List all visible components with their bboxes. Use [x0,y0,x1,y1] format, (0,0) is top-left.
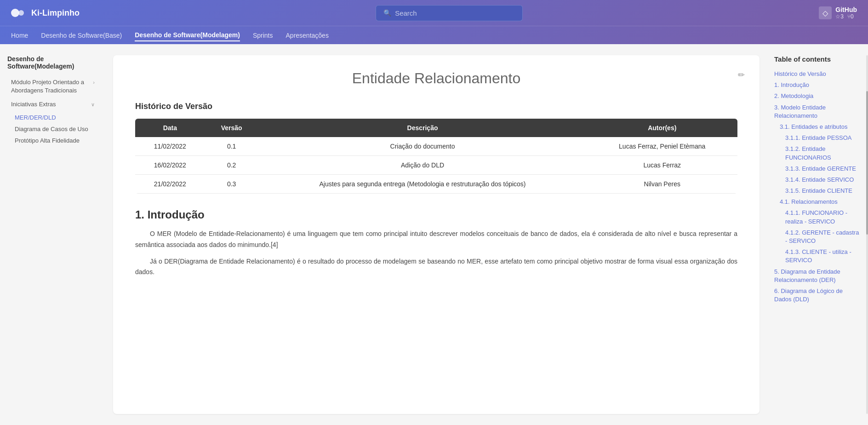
toc-item[interactable]: 6. Diagrama de Lógico de Dados (DLD) [774,286,861,305]
cell-versao: 0.3 [205,175,258,194]
intro-para-2: Já o DER(Diagrama de Entidade Relacionam… [135,256,737,278]
toc-item[interactable]: 4.1.3. CLIENTE - utiliza - SERVICO [774,247,861,266]
toc-item[interactable]: Histórico de Versão [774,69,861,80]
search-box[interactable]: 🔍 Search [376,5,523,21]
search-icon: 🔍 [383,9,391,17]
intro-para-1: O MER (Modelo de Entidade-Relacionamento… [135,229,737,251]
version-history-title: Histórico de Versão [135,102,737,111]
toc-item[interactable]: 4.1.2. GERENTE - cadastra - SERVICO [774,227,861,247]
edit-icon[interactable]: ✏ [738,70,745,80]
sidebar-item-prototipo[interactable]: Protótipo Alta Fidelidade [7,135,98,146]
table-row: 11/02/2022 0.1 Criação do documento Luca… [135,137,737,156]
nav-desenho-base[interactable]: Desenho de Software(Base) [41,30,122,41]
cell-autores: Lucas Ferraz, Peniel Etèmana [587,137,738,156]
nav-apresentacoes[interactable]: Apresentações [286,30,329,41]
introduction-section: 1. Introdução O MER (Modelo de Entidade-… [135,208,737,278]
col-versao: Versão [205,119,258,137]
cell-descricao: Ajustes para segunda entrega (Metodologi… [258,175,587,194]
toc-item[interactable]: 4.1. Relacionamentos [774,196,861,207]
github-stars: ☆3 [835,13,844,20]
chevron-down-icon: ∨ [91,101,95,108]
toc-item[interactable]: 1. Introdução [774,80,861,91]
nav-sprints[interactable]: Sprints [253,30,273,41]
toc-item[interactable]: 3.1. Entidades e atributos [774,121,861,132]
nav-desenho-modelagem[interactable]: Desenho de Software(Modelagem) [135,29,240,41]
toc-title: Table of contents [774,55,861,63]
col-descricao: Descrição [258,119,587,137]
search-placeholder: Search [395,9,417,17]
toc-item[interactable]: 2. Metodologia [774,91,861,102]
chevron-right-icon: › [93,79,95,86]
toc-item[interactable]: 3.1.1. Entidade PESSOA [774,132,861,144]
sidebar-item-modulo-label: Módulo Projeto Orientado a Abordagens Tr… [11,78,93,95]
logo-circle-small [18,10,24,16]
sidebar: Desenho de Software(Modelagem) Módulo Pr… [0,55,106,414]
toc-panel: Table of contents Histórico de Versão1. … [767,55,868,414]
cell-descricao: Criação do documento [258,137,587,156]
toc-item[interactable]: 3. Modelo Entidade Relacionamento [774,102,861,121]
cell-autores: Lucas Ferraz [587,156,738,175]
github-icon: ◇ [819,6,832,19]
toc-item[interactable]: 3.1.2. Entidade FUNCIONARIOS [774,144,861,163]
toc-item[interactable]: 3.1.3. Entidade GERENTE [774,163,861,174]
table-row: 21/02/2022 0.3 Ajustes para segunda entr… [135,175,737,194]
github-label: GitHub [835,6,857,13]
version-table: Data Versão Descrição Autor(es) 11/02/20… [135,119,737,194]
cell-data: 11/02/2022 [135,137,205,156]
sidebar-item-prototipo-label: Protótipo Alta Fidelidade [15,137,80,144]
toc-item[interactable]: 3.1.5. Entidade CLIENTE [774,185,861,196]
table-row: 16/02/2022 0.2 Adição do DLD Lucas Ferra… [135,156,737,175]
github-stats: ☆3 ⑂0 [835,13,857,20]
sidebar-item-diagrama-casos[interactable]: Diagrama de Casos de Uso [7,123,98,135]
col-data: Data [135,119,205,137]
cell-descricao: Adição do DLD [258,156,587,175]
sidebar-item-mer[interactable]: MER/DER/DLD [7,112,98,123]
github-forks: ⑂0 [847,13,854,20]
github-section[interactable]: ◇ GitHub ☆3 ⑂0 [819,6,857,20]
cell-data: 21/02/2022 [135,175,205,194]
brand[interactable]: Ki-Limpinho [11,6,80,19]
scrollbar-thumb [866,91,868,235]
page-title: Entidade Relacionamento [135,70,737,87]
sidebar-item-iniciativas[interactable]: Iniciativas Extras ∨ [7,98,98,111]
scrollbar-track [866,55,868,414]
header: Ki-Limpinho 🔍 Search ◇ GitHub ☆3 ⑂0 [0,0,868,26]
brand-logo [11,6,28,19]
toc-item[interactable]: 4.1.1. FUNCIONARIO - realiza - SERVICO [774,207,861,227]
main-content: Entidade Relacionamento ✏ Histórico de V… [113,55,760,414]
sidebar-item-diagrama-casos-label: Diagrama de Casos de Uso [15,126,88,132]
table-header-row: Data Versão Descrição Autor(es) [135,119,737,137]
sidebar-item-modulo[interactable]: Módulo Projeto Orientado a Abordagens Tr… [7,75,98,98]
github-info: GitHub ☆3 ⑂0 [835,6,857,20]
search-area: 🔍 Search [87,5,811,21]
navbar: Home Desenho de Software(Base) Desenho d… [0,26,868,44]
brand-name: Ki-Limpinho [31,8,80,18]
toc-item[interactable]: 3.1.4. Entidade SERVICO [774,174,861,185]
cell-versao: 0.1 [205,137,258,156]
toc-items: Histórico de Versão1. Introdução2. Metod… [774,69,861,305]
cell-versao: 0.2 [205,156,258,175]
content-wrapper: Desenho de Software(Modelagem) Módulo Pr… [0,44,868,425]
nav-home[interactable]: Home [11,30,28,41]
toc-item[interactable]: 5. Diagrama de Entidade Relacionamento (… [774,266,861,286]
intro-title: 1. Introdução [135,208,737,221]
cell-autores: Nilvan Peres [587,175,738,194]
version-history-section: Histórico de Versão Data Versão Descriçã… [135,102,737,194]
sidebar-item-mer-label: MER/DER/DLD [15,114,56,121]
col-autores: Autor(es) [587,119,738,137]
sidebar-item-iniciativas-label: Iniciativas Extras [11,100,56,109]
sidebar-section-title: Desenho de Software(Modelagem) [7,55,98,70]
cell-data: 16/02/2022 [135,156,205,175]
